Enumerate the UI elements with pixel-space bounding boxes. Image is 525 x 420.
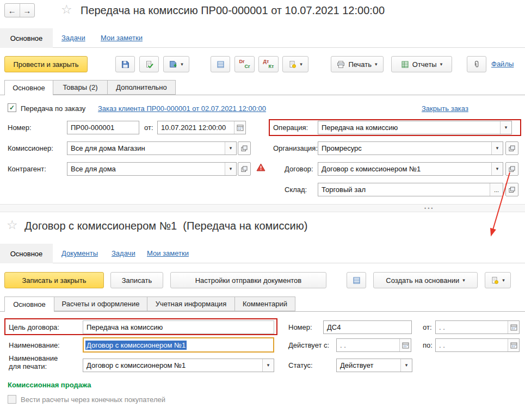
settlements-checkbox[interactable] <box>8 395 16 404</box>
organization-label: Организация: <box>273 144 318 152</box>
dropdown-button[interactable]: ▾ <box>491 142 503 155</box>
commissioner-open-button[interactable] <box>238 141 251 155</box>
forward-button[interactable]: → <box>20 4 35 17</box>
contract-number-field[interactable]: ДС4 <box>323 320 412 334</box>
more-actions-button[interactable]: ▾ <box>485 272 511 288</box>
contract-date-field[interactable]: . . <box>435 320 520 334</box>
post-button[interactable] <box>139 56 159 72</box>
doc1-tab-additional[interactable]: Дополнительно <box>107 80 176 95</box>
warehouse-open-button[interactable] <box>505 183 518 196</box>
dropdown-button[interactable]: ▾ <box>225 163 236 175</box>
paperclip-icon <box>473 60 481 69</box>
favorite-star-icon[interactable]: ☆ <box>7 219 18 231</box>
valid-from-field[interactable]: . . <box>336 338 411 352</box>
warehouse-field[interactable]: Торговый зал ... <box>318 183 503 196</box>
list-icon <box>217 60 225 69</box>
name-input[interactable]: Договор с комиссионером №1 <box>83 337 274 353</box>
doc1-tab-main[interactable]: Основное <box>4 80 53 95</box>
doc2-tabline <box>0 311 525 312</box>
commissioner-field[interactable]: Все для дома Магазин ▾ <box>67 141 237 155</box>
counterparty-field[interactable]: Все для дома ▾ <box>67 162 237 176</box>
dropdown-button[interactable]: ▾ <box>400 359 412 372</box>
save-and-close-label: Записать и закрыть <box>22 276 86 285</box>
valid-to-value: . . <box>436 339 508 351</box>
number-field[interactable]: ПР00-000001 <box>67 121 139 134</box>
doc2-tab-accounting[interactable]: Учетная информация <box>147 297 235 311</box>
doc2-tab-calculations[interactable]: Расчеты и оформление <box>54 297 147 311</box>
warehouse-label: Склад: <box>285 186 307 194</box>
reports-label: Отчеты <box>412 60 437 69</box>
check-icon: ✓ <box>9 104 15 112</box>
document-register-button[interactable] <box>211 56 230 72</box>
contract-field[interactable]: Договор с комиссионером №1 ▾ <box>318 162 503 176</box>
postings-drcr-button[interactable]: DrCr <box>234 56 255 72</box>
back-button[interactable]: ← <box>5 4 20 17</box>
chevron-down-icon: ▾ <box>300 62 302 67</box>
send-settings-button[interactable]: Настройки отправки документов <box>170 272 326 288</box>
date-field[interactable]: 10.07.2021 12:00:00 <box>157 121 246 134</box>
open-form-icon <box>241 166 248 172</box>
doc1-nav-notes[interactable]: Мои заметки <box>101 34 143 42</box>
doc2-nav-documents[interactable]: Документы <box>61 249 98 257</box>
favorite-star-icon[interactable]: ☆ <box>61 3 72 16</box>
save-button[interactable] <box>115 56 135 72</box>
operation-field[interactable]: Передача на комиссию ▾ <box>318 121 512 134</box>
choose-button[interactable]: ... <box>490 183 503 196</box>
valid-from-value: . . <box>337 339 399 351</box>
counterparty-open-button[interactable] <box>238 162 251 176</box>
doc1-tab-goods[interactable]: Товары (2) <box>53 80 108 95</box>
doc2-nav-tasks[interactable]: Задачи <box>112 249 135 257</box>
client-order-link[interactable]: Заказ клиента ПР00-000001 от 02.07.2021 … <box>98 104 266 113</box>
dropdown-button[interactable]: ▾ <box>225 142 236 155</box>
post-and-close-button[interactable]: Провести и закрыть <box>4 56 88 72</box>
print-button[interactable]: Печать ▾ <box>331 56 384 72</box>
save-button[interactable]: Записать <box>110 272 163 288</box>
valid-to-field[interactable]: . . <box>435 338 520 352</box>
doc2-nav-notes[interactable]: Мои заметки <box>147 249 189 257</box>
files-link[interactable]: Файлы <box>491 60 514 68</box>
post-options-button[interactable]: ▾ <box>163 56 189 72</box>
status-field[interactable]: Действует ▾ <box>336 359 412 372</box>
calendar-button[interactable] <box>234 121 245 134</box>
window-splitter[interactable]: ••• <box>0 204 525 212</box>
calendar-button[interactable] <box>508 339 519 351</box>
number-value: ПР00-000001 <box>67 121 139 134</box>
doc2-tab-main[interactable]: Основное <box>4 297 54 312</box>
purpose-field[interactable]: Передача на комиссию <box>83 320 274 334</box>
create-based-on-button[interactable]: Создать на основании ▾ <box>373 272 478 288</box>
back-arrow-icon: ← <box>8 6 16 15</box>
save-and-close-button[interactable]: Записать и закрыть <box>4 272 104 288</box>
date-label: от: <box>144 123 153 132</box>
doc1-nav-main[interactable]: Основное <box>0 28 53 48</box>
commissioner-value: Все для дома Магазин <box>67 142 225 155</box>
post-save-icon <box>169 60 177 69</box>
doc2-tab-comment[interactable]: Комментарий <box>234 297 295 311</box>
print-name-field[interactable]: Договор с комиссионером №1 ▾ <box>83 359 274 372</box>
organization-value: Промресурс <box>318 142 491 155</box>
attachments-button[interactable] <box>467 56 486 72</box>
commission-sale-header: Комиссионная продажа <box>8 381 91 389</box>
calendar-icon <box>510 342 517 349</box>
chevron-down-icon: ▾ <box>375 62 378 67</box>
calendar-button[interactable] <box>508 321 519 333</box>
create-based-on-icon-button[interactable]: ▾ <box>282 56 308 72</box>
chevron-down-icon: ▾ <box>496 146 499 151</box>
dropdown-button[interactable]: ▾ <box>500 121 511 134</box>
contract-number-value: ДС4 <box>324 321 411 333</box>
dropdown-button[interactable]: ▾ <box>262 359 274 372</box>
dropdown-button[interactable]: ▾ <box>491 163 503 175</box>
list-register-button[interactable] <box>347 272 366 288</box>
calendar-icon <box>510 324 517 331</box>
calendar-button[interactable] <box>399 339 411 351</box>
print-name-label-line2: для печати: <box>9 362 47 370</box>
doc2-nav-main[interactable]: Основное <box>0 244 53 263</box>
doc1-nav-tasks[interactable]: Задачи <box>61 34 85 42</box>
reports-button[interactable]: Отчеты ▾ <box>391 56 452 72</box>
contract-open-button[interactable] <box>505 162 518 176</box>
organization-field[interactable]: Промресурс ▾ <box>318 141 503 155</box>
date-value: 10.07.2021 12:00:00 <box>158 121 234 134</box>
postings-dtkt-button[interactable]: ДтКт <box>258 56 279 72</box>
organization-open-button[interactable] <box>505 141 518 155</box>
close-order-link[interactable]: Закрыть заказ <box>422 104 468 113</box>
by-order-checkbox[interactable]: ✓ <box>8 103 16 112</box>
